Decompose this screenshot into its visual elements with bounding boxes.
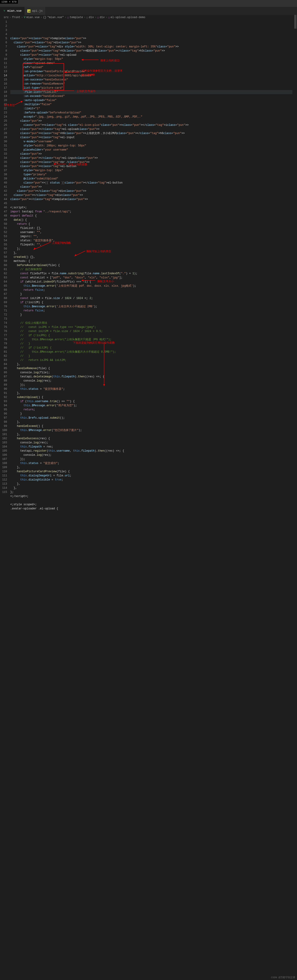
code-line[interactable]: this.status = "提交成功"; — [10, 461, 292, 465]
code-line[interactable]: // } — [10, 354, 292, 358]
code-line[interactable]: const isLt2M = file.size / 1024 / 1024 <… — [10, 296, 292, 301]
code-line[interactable]: style="margin-top: 50px" — [10, 57, 292, 61]
code-line[interactable]: beforeAvatarUpload(file) { — [10, 263, 292, 267]
code-line[interactable]: this.dialogImageUrl = file.url; — [10, 474, 292, 478]
code-line[interactable]: v-model="username" — [10, 140, 292, 144]
code-line[interactable]: placeholder="your username" — [10, 148, 292, 152]
code-line[interactable]: submitUpload() { — [10, 395, 292, 399]
code-line[interactable]: data() { — [10, 218, 292, 222]
bc-seg[interactable]: "mian.vue" — [47, 16, 64, 19]
code-line[interactable]: // 自己限制类型 — [10, 267, 292, 272]
code-line[interactable]: <;/script>; — [10, 494, 292, 498]
code-line[interactable]: class="pun"><class="tag">el-input — [10, 135, 292, 140]
code-line[interactable]: accept=".jpg,.jpeg,.png,.gif,.bmp,.pdf,.… — [10, 115, 292, 119]
code-line[interactable]: this.$message.error('上传文件只能是 pdf、doc、doc… — [10, 284, 292, 288]
code-line[interactable]: imgsrc: "", — [10, 234, 292, 239]
code-line[interactable]: console.log(res); — [10, 441, 292, 445]
code-line[interactable]: class="pun">> — [10, 119, 292, 123]
code-line[interactable]: if (this.username.trim() == "") { — [10, 399, 292, 404]
bc-seg[interactable]: el-upload.upload-demo — [111, 16, 145, 19]
code-line[interactable]: class="pun"></class="tag">templateclass=… — [10, 197, 292, 201]
code-line[interactable]: :on-exceed="handleExceed" — [10, 94, 292, 98]
code-line[interactable]: this.$message.error('上传文件大小不能超过 2MB'); — [10, 304, 292, 309]
bc-seg[interactable]: template — [70, 16, 83, 19]
code-line[interactable]: class="pun"><class="tag">el-button — [10, 164, 292, 169]
code-line[interactable]: } — [10, 292, 292, 296]
code-line[interactable]: testapi.register(this.username, this.fil… — [10, 449, 292, 453]
code-line[interactable]: const whiteList = ["pdf", "doc", "docx",… — [10, 276, 292, 280]
code-line[interactable]: this.$refs.upload.submit(); — [10, 416, 292, 420]
code-content[interactable]: class="pun"><class="tag">templateclass="… — [10, 20, 297, 614]
code-line[interactable]: }; — [10, 490, 292, 494]
code-line[interactable]: class="pun"><class="tag">el-upload — [10, 53, 292, 57]
bc-seg[interactable]: {} — [43, 16, 46, 19]
code-line[interactable]: // if (!isLt2M) { — [10, 346, 292, 350]
bc-seg[interactable]: src — [4, 16, 9, 19]
code-line[interactable]: style="margin-top: 10px" — [10, 169, 292, 173]
code-line[interactable]: if (!isLt2M) { — [10, 301, 292, 304]
code-line[interactable]: return { — [10, 222, 292, 226]
code-line[interactable]: created() {}, — [10, 255, 292, 259]
code-line[interactable]: class="pun"></class="tag">el-inputclass=… — [10, 156, 292, 160]
code-line[interactable]: class="pun"><class="tag">br /class="pun"… — [10, 160, 292, 164]
code-line[interactable]: // this.$Message.error("上传头像图片只能是 JPG 格式… — [10, 337, 292, 342]
code-line[interactable]: ref="upload" — [10, 65, 292, 69]
code-line[interactable]: <;style scoped>; — [10, 503, 292, 507]
bc-seg[interactable]: mian.vue — [26, 16, 40, 19]
code-line[interactable]: .avatar-uploader .el-upload { — [10, 507, 292, 511]
code-line[interactable]: class="pun"></class="tag">el-uploadclass… — [10, 127, 292, 131]
code-line[interactable]: const fileSuffix = file.name.substring(f… — [10, 272, 292, 276]
bc-seg[interactable]: front — [12, 16, 21, 19]
code-line[interactable]: :on-remove="handleRemove" — [10, 82, 292, 86]
code-line[interactable]: return false; — [10, 288, 292, 292]
scrollbar-thumb[interactable] — [294, 15, 297, 29]
code-line[interactable]: methods: { — [10, 259, 292, 263]
code-line[interactable]: import testapi from "../request/api"; — [10, 210, 292, 214]
code-line[interactable]: class="pun">> — [10, 185, 292, 189]
code-line[interactable]: class="pun"><class="tag">divclass="pun">… — [10, 41, 292, 45]
code-line[interactable]: return; — [10, 407, 292, 412]
vertical-scrollbar[interactable] — [294, 15, 297, 614]
code-line[interactable]: }, — [10, 433, 292, 436]
code-line[interactable]: // this.$Message.error("上传头像图片大小不能超过 0.5… — [10, 350, 292, 354]
code-line[interactable] — [10, 498, 292, 503]
code-line[interactable]: }, — [10, 486, 292, 490]
code-line[interactable]: :limit="1" — [10, 107, 292, 111]
code-line[interactable]: }, — [10, 391, 292, 395]
code-line[interactable]: :before-upload="beforeAvatarUpload" — [10, 111, 292, 115]
code-line[interactable]: list-type="picture-card" — [10, 86, 292, 90]
code-line[interactable]: :on-preview="handlePictureCardPreview" — [10, 69, 292, 73]
code-line[interactable]: }, — [10, 420, 292, 424]
code-line[interactable]: this.$Message.error("用户名为空"); — [10, 404, 292, 407]
code-line[interactable]: testapi.deleteimage(this.filepath).then(… — [10, 375, 292, 379]
code-line[interactable]: if (whiteList.indexOf(fileSuffix) === -1… — [10, 280, 292, 284]
code-line[interactable] — [10, 317, 292, 321]
code-line[interactable]: handleRemove(file) { — [10, 366, 292, 371]
code-line[interactable]: class="pun">>{{ status }}class="pun"></c… — [10, 181, 292, 185]
code-line[interactable]: class="pun">> — [10, 152, 292, 156]
code-line[interactable]: }, — [10, 465, 292, 469]
code-line[interactable]: }, — [10, 482, 292, 486]
code-line[interactable]: class="pun"><class="tag">h6class="pun">>… — [10, 131, 292, 135]
code-line[interactable]: return false; — [10, 309, 292, 313]
editor-area[interactable]: 1234567891011121314151617181920212223242… — [0, 20, 297, 614]
code-line[interactable]: type="primary" — [10, 173, 292, 177]
code-line[interactable]: // const isLt2M = file.size / 1024 / 102… — [10, 329, 292, 333]
code-line[interactable] — [10, 201, 292, 205]
breadcrumb[interactable]: src› front› V mian.vue› {} "mian.vue"› ⬚… — [0, 15, 297, 20]
code-line[interactable]: class="pun"><class="tag">templateclass="… — [10, 37, 292, 41]
code-line[interactable]: :file-list="fileList" — [10, 90, 292, 94]
code-line[interactable]: }, — [10, 362, 292, 366]
code-line[interactable]: handlePictureCardPreview(file) { — [10, 469, 292, 474]
code-line[interactable]: style="width: 200px; margin-top: 50px" — [10, 144, 292, 148]
code-line[interactable]: class="pun"></class="tag">divclass="pun"… — [10, 189, 292, 193]
tab-mian-vue[interactable]: V mian.vue — [0, 7, 24, 15]
tab-api-js[interactable]: JS api.js — [24, 7, 46, 15]
code-line[interactable]: } — [10, 412, 292, 416]
code-line[interactable]: // 仅仅上传图片用法 — [10, 321, 292, 325]
code-line[interactable]: }); — [10, 457, 292, 461]
code-line[interactable]: this.status = "提交到服务器"; — [10, 387, 292, 391]
code-line[interactable]: class="pun"><class="tag">div style="widt… — [10, 45, 292, 49]
code-line[interactable]: // if (!isJPG) { — [10, 333, 292, 337]
code-line[interactable]: }, — [10, 251, 292, 255]
